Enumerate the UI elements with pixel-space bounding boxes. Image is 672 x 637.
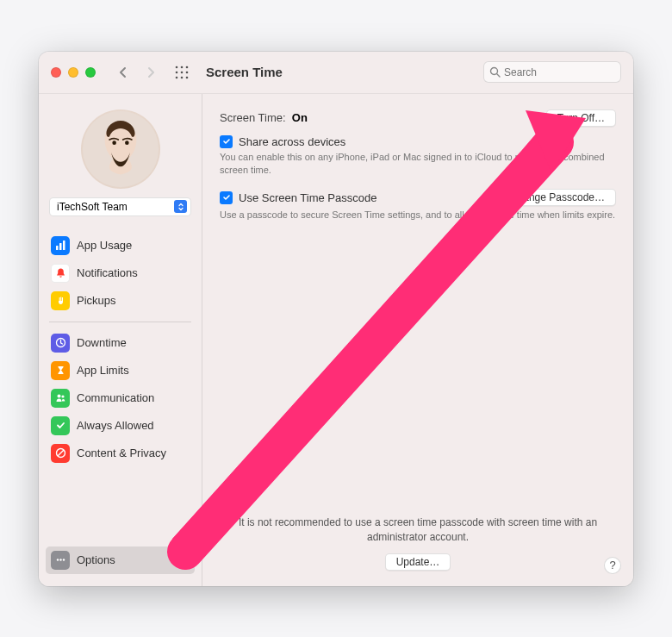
check-icon bbox=[222, 193, 231, 202]
svg-line-21 bbox=[58, 450, 64, 456]
svg-rect-15 bbox=[59, 243, 62, 250]
search-input[interactable] bbox=[504, 66, 615, 78]
show-all-button[interactable] bbox=[171, 62, 192, 83]
svg-point-19 bbox=[61, 395, 64, 397]
sidebar-item-label: Downtime bbox=[77, 336, 127, 349]
content: iTechSoft Team App Usage Notifications bbox=[39, 93, 633, 586]
chevron-left-icon bbox=[119, 66, 128, 78]
preferences-window: Screen Time iTechSoft bbox=[39, 52, 633, 586]
sidebar-item-downtime[interactable]: Downtime bbox=[46, 329, 195, 357]
passcode-row[interactable]: Use Screen Time Passcode bbox=[220, 191, 376, 204]
svg-point-7 bbox=[181, 76, 184, 78]
traffic-lights bbox=[51, 67, 96, 78]
search-icon bbox=[489, 66, 501, 78]
svg-point-1 bbox=[181, 66, 184, 68]
user-select-label: iTechSoft Team bbox=[57, 201, 128, 213]
sidebar-item-label: Notifications bbox=[77, 266, 138, 279]
bell-icon bbox=[51, 264, 70, 283]
footer: It is not recommended to use a screen ti… bbox=[220, 515, 616, 571]
updown-icon bbox=[174, 200, 187, 213]
sidebar-item-label: App Limits bbox=[77, 364, 129, 377]
svg-rect-14 bbox=[56, 246, 59, 250]
window-title: Screen Time bbox=[206, 65, 283, 79]
svg-point-6 bbox=[176, 76, 178, 78]
sidebar-item-label: Communication bbox=[77, 391, 154, 404]
sidebar-item-label: App Usage bbox=[77, 239, 132, 252]
svg-point-0 bbox=[176, 66, 178, 68]
turn-off-button[interactable]: Turn Off… bbox=[546, 109, 616, 127]
main-panel: Screen Time: On Turn Off… Share across d… bbox=[202, 94, 633, 586]
sidebar-item-always-allowed[interactable]: Always Allowed bbox=[46, 412, 195, 440]
svg-point-5 bbox=[186, 71, 189, 73]
grid-icon bbox=[175, 66, 189, 79]
sidebar-item-pickups[interactable]: Pickups bbox=[46, 287, 195, 315]
sidebar-item-options[interactable]: Options 1 bbox=[46, 546, 195, 574]
sidebar-item-label: Always Allowed bbox=[77, 419, 154, 432]
nosign-icon bbox=[51, 444, 70, 463]
sidebar-item-app-limits[interactable]: App Limits bbox=[46, 357, 195, 384]
svg-point-8 bbox=[186, 76, 189, 78]
share-label: Share across devices bbox=[239, 135, 345, 148]
back-button[interactable] bbox=[113, 62, 134, 83]
svg-point-13 bbox=[125, 141, 129, 145]
passcode-label: Use Screen Time Passcode bbox=[239, 191, 376, 204]
passcode-description: Use a passcode to secure Screen Time set… bbox=[220, 209, 616, 222]
bar-chart-icon bbox=[51, 236, 70, 255]
user-select[interactable]: iTechSoft Team bbox=[49, 197, 191, 216]
svg-point-2 bbox=[186, 66, 189, 68]
sidebar-item-label: Options bbox=[77, 553, 115, 566]
update-button[interactable]: Update… bbox=[385, 553, 451, 571]
share-across-devices-row[interactable]: Share across devices bbox=[220, 135, 616, 148]
help-button[interactable]: ? bbox=[604, 557, 621, 574]
svg-point-23 bbox=[59, 559, 61, 560]
forward-button[interactable] bbox=[140, 62, 161, 83]
svg-line-10 bbox=[497, 74, 501, 78]
change-passcode-button[interactable]: Change Passcode… bbox=[499, 189, 616, 206]
hourglass-icon bbox=[51, 361, 70, 380]
divider bbox=[49, 322, 191, 322]
hand-icon bbox=[51, 291, 70, 310]
search-field[interactable] bbox=[483, 61, 621, 83]
sidebar-item-notifications[interactable]: Notifications bbox=[46, 259, 195, 287]
svg-point-4 bbox=[181, 71, 184, 73]
check-icon bbox=[222, 137, 231, 146]
memoji-icon bbox=[81, 109, 160, 189]
sidebar-item-label: Content & Privacy bbox=[77, 447, 166, 459]
svg-point-12 bbox=[112, 141, 116, 145]
options-badge: 1 bbox=[178, 554, 190, 566]
share-checkbox[interactable] bbox=[220, 135, 233, 148]
svg-point-18 bbox=[57, 395, 60, 398]
passcode-checkbox[interactable] bbox=[220, 191, 233, 204]
people-icon bbox=[51, 389, 70, 408]
sidebar-item-content-privacy[interactable]: Content & Privacy bbox=[46, 440, 195, 467]
user-avatar bbox=[81, 109, 160, 189]
titlebar: Screen Time bbox=[39, 52, 633, 93]
svg-point-22 bbox=[56, 559, 58, 560]
minimize-window-button[interactable] bbox=[68, 67, 78, 78]
zoom-window-button[interactable] bbox=[85, 67, 96, 78]
ellipsis-icon bbox=[51, 551, 70, 570]
chevron-right-icon bbox=[146, 66, 155, 78]
sidebar-item-communication[interactable]: Communication bbox=[46, 384, 195, 412]
svg-rect-16 bbox=[63, 240, 65, 250]
clock-icon bbox=[51, 334, 70, 353]
svg-point-3 bbox=[176, 71, 178, 73]
svg-point-24 bbox=[62, 559, 64, 560]
close-window-button[interactable] bbox=[51, 67, 61, 78]
sidebar-item-label: Pickups bbox=[77, 294, 116, 307]
sidebar-item-app-usage[interactable]: App Usage bbox=[46, 232, 195, 259]
warning-text: It is not recommended to use a screen ti… bbox=[220, 515, 616, 545]
sidebar: iTechSoft Team App Usage Notifications bbox=[39, 94, 202, 586]
screen-time-status: Screen Time: On bbox=[220, 111, 308, 124]
check-icon bbox=[51, 416, 70, 435]
share-description: You can enable this on any iPhone, iPad … bbox=[220, 151, 616, 178]
